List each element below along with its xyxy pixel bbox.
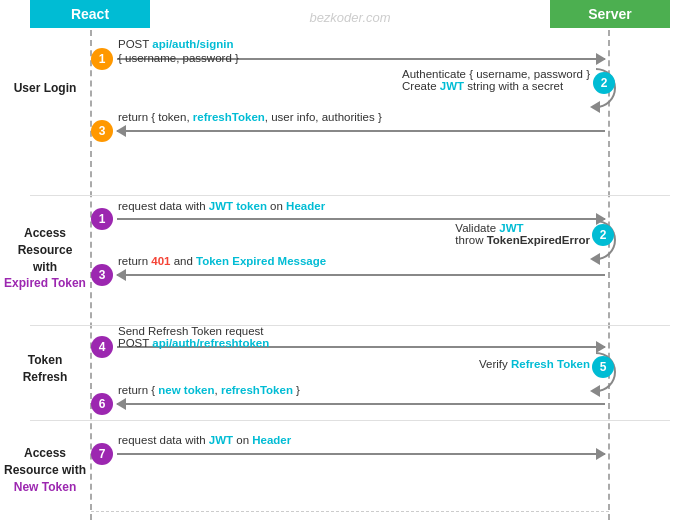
bottom-line <box>91 511 609 512</box>
section-token-refresh: TokenRefresh <box>0 352 90 386</box>
divider-1 <box>30 195 670 196</box>
section-user-login: User Login <box>0 80 90 97</box>
step9-text: return { new token, refreshToken } <box>118 384 300 396</box>
arrow-row-10: 7 <box>91 443 609 465</box>
step-circle-9: 6 <box>91 393 113 415</box>
react-header: React <box>30 0 150 28</box>
step3-text: return { token, refreshToken, user info,… <box>118 111 382 123</box>
watermark: bezkoder.com <box>309 10 390 25</box>
step1-subtext: { username, password } <box>118 52 239 64</box>
step-circle-6: 3 <box>91 264 113 286</box>
step-circle-4: 1 <box>91 208 113 230</box>
step1-text: POST api/auth/signin <box>118 38 233 50</box>
step2-text: Authenticate { username, password } Crea… <box>402 68 590 92</box>
section-access-new: AccessResource withNew Token <box>0 445 90 495</box>
step-circle-7: 4 <box>91 336 113 358</box>
arrow-row-9: 6 <box>91 393 609 415</box>
step7-text: Send Refresh Token request POST api/auth… <box>118 325 269 349</box>
step-circle-1: 1 <box>91 48 113 70</box>
arrow-row-6: 3 <box>91 264 609 286</box>
divider-3 <box>30 420 670 421</box>
step6-text: return 401 and Token Expired Message <box>118 255 326 267</box>
step-circle-3: 3 <box>91 120 113 142</box>
step5-text: Validate JWT throw TokenExpiredError <box>455 222 590 246</box>
section-access-expired: AccessResourcewithExpired Token <box>0 225 90 292</box>
step-circle-10: 7 <box>91 443 113 465</box>
arrow-row-3: 3 <box>91 120 609 142</box>
step10-text: request data with JWT on Header <box>118 434 291 446</box>
step4-text: request data with JWT token on Header <box>118 200 325 212</box>
server-header: Server <box>550 0 670 28</box>
step8-text: Verify Refresh Token <box>479 358 590 370</box>
